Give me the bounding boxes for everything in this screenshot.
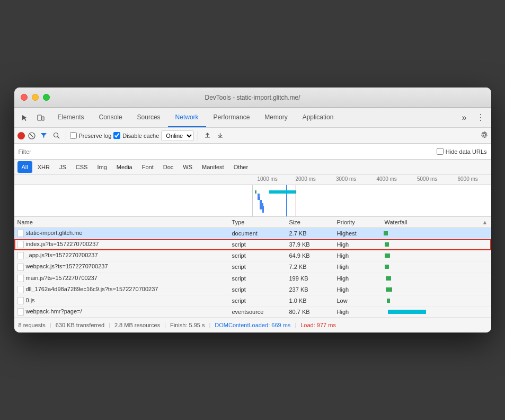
type-btn-media[interactable]: Media <box>112 161 137 173</box>
tab-application[interactable]: Application <box>295 108 341 127</box>
stop-recording-icon[interactable] <box>27 131 37 141</box>
status-bar: 8 requests | 630 KB transferred | 2.8 MB… <box>14 318 491 332</box>
cell-priority-2: High <box>334 250 382 261</box>
status-sep-2: | <box>109 322 110 328</box>
cell-name-0: static-import.glitch.me <box>14 228 229 239</box>
type-btn-other[interactable]: Other <box>229 161 253 173</box>
file-icon-5 <box>17 286 24 293</box>
col-header-type[interactable]: Type <box>229 217 286 228</box>
type-btn-xhr[interactable]: XHR <box>33 161 54 173</box>
cell-waterfall-3 <box>382 261 491 273</box>
waterfall-bar-5 <box>386 287 392 292</box>
file-icon-6 <box>17 297 24 304</box>
disable-cache-input[interactable] <box>113 132 120 139</box>
cell-waterfall-6 <box>382 295 491 306</box>
filter-icon[interactable] <box>39 132 49 139</box>
toolbar-divider-1 <box>66 131 66 141</box>
minimize-button[interactable] <box>32 94 39 101</box>
cell-waterfall-5 <box>382 284 491 295</box>
table-row[interactable]: main.js?ts=1572270700237script199 KBHigh <box>14 273 491 284</box>
cell-size-6: 1.0 KB <box>286 295 334 306</box>
cell-waterfall-4 <box>382 273 491 284</box>
cell-size-4: 199 KB <box>286 273 334 284</box>
cell-priority-4: High <box>334 273 382 284</box>
status-sep-4: | <box>209 322 210 328</box>
titlebar: DevTools - static-import.glitch.me/ <box>14 88 491 108</box>
table-row[interactable]: webpack-hmr?page=/eventsource80.7 KBHigh <box>14 306 491 317</box>
close-button[interactable] <box>21 94 28 101</box>
table-row[interactable]: index.js?ts=1572270700237script37.9 KBHi… <box>14 239 491 250</box>
timeline-header: 1000 ms 2000 ms 3000 ms 4000 ms 5000 ms … <box>14 174 491 185</box>
timeline-spacer <box>14 185 253 216</box>
tab-network[interactable]: Network <box>168 108 206 127</box>
cell-type-0: document <box>229 228 286 239</box>
type-btn-css[interactable]: CSS <box>72 161 92 173</box>
col-header-priority[interactable]: Priority <box>334 217 382 228</box>
waterfall-bar-2 <box>385 253 390 258</box>
devtools-panel: Elements Console Sources Network Perform… <box>14 108 491 332</box>
file-icon-0 <box>17 230 24 237</box>
cell-priority-7: High <box>334 306 382 317</box>
type-btn-font[interactable]: Font <box>138 161 158 173</box>
timeline-label-2000: 2000 ms <box>296 176 316 182</box>
type-btn-js[interactable]: JS <box>55 161 70 173</box>
col-header-name[interactable]: Name <box>14 217 229 228</box>
tab-sources[interactable]: Sources <box>130 108 168 127</box>
tab-memory[interactable]: Memory <box>257 108 295 127</box>
main-toolbar: Elements Console Sources Network Perform… <box>14 108 491 128</box>
search-icon[interactable] <box>51 132 62 139</box>
type-btn-img[interactable]: Img <box>93 161 111 173</box>
col-header-size[interactable]: Size <box>286 217 334 228</box>
timeline-waterfall <box>253 185 491 216</box>
disable-cache-checkbox[interactable]: Disable cache <box>113 132 159 139</box>
cell-type-4: script <box>229 273 286 284</box>
filter-input[interactable] <box>19 148 92 155</box>
hide-data-urls-checkbox[interactable]: Hide data URLs <box>437 148 487 155</box>
timeline-label-6000: 6000 ms <box>458 176 478 182</box>
table-row[interactable]: dll_1762a4d98a7289ec16c9.js?ts=157227070… <box>14 284 491 295</box>
cell-size-7: 80.7 KB <box>286 306 334 317</box>
status-sep-3: | <box>164 322 166 328</box>
settings-icon[interactable] <box>481 131 488 140</box>
table-row[interactable]: _app.js?ts=1572270700237script64.9 KBHig… <box>14 250 491 261</box>
finish-time: Finish: 5.95 s <box>170 322 205 328</box>
device-icon-btn[interactable] <box>34 111 47 124</box>
cursor-icon-btn[interactable] <box>19 111 31 124</box>
record-button[interactable] <box>17 132 25 139</box>
cell-priority-3: High <box>334 261 382 273</box>
hide-data-urls-input[interactable] <box>437 148 444 155</box>
waterfall-bar-6 <box>387 299 390 303</box>
nav-tabs: Elements Console Sources Network Perform… <box>50 108 471 127</box>
cell-name-5: dll_1762a4d98a7289ec16c9.js?ts=157227070… <box>14 284 229 295</box>
type-btn-ws[interactable]: WS <box>179 161 197 173</box>
filter-bar: Hide data URLs <box>14 144 491 160</box>
cell-waterfall-1 <box>382 239 491 250</box>
status-sep-5: | <box>295 322 296 328</box>
svg-line-5 <box>58 137 60 139</box>
devtools-menu-btn[interactable]: ⋮ <box>474 112 487 122</box>
throttle-select[interactable]: Online <box>161 130 194 141</box>
devtools-window: DevTools - static-import.glitch.me/ Elem… <box>14 88 491 332</box>
maximize-button[interactable] <box>43 94 50 101</box>
timeline-chart <box>14 185 491 217</box>
tab-console[interactable]: Console <box>92 108 130 127</box>
table-row[interactable]: webpack.js?ts=1572270700237script7.2 KBH… <box>14 261 491 273</box>
table-row[interactable]: 0.jsscript1.0 KBLow <box>14 295 491 306</box>
transferred-size: 630 KB transferred <box>56 322 104 328</box>
type-btn-all[interactable]: All <box>17 161 32 173</box>
preserve-log-checkbox[interactable]: Preserve log <box>70 132 112 139</box>
window-title: DevTools - static-import.glitch.me/ <box>205 94 300 101</box>
type-btn-doc[interactable]: Doc <box>159 161 178 173</box>
import-icon[interactable] <box>202 132 212 139</box>
col-header-waterfall[interactable]: Waterfall ▲ <box>382 217 491 228</box>
type-btn-manifest[interactable]: Manifest <box>198 161 228 173</box>
tab-performance[interactable]: Performance <box>206 108 258 127</box>
sort-arrow-icon: ▲ <box>482 219 488 225</box>
cell-type-5: script <box>229 284 286 295</box>
preserve-log-input[interactable] <box>70 132 77 139</box>
cell-size-0: 2.7 KB <box>286 228 334 239</box>
table-row[interactable]: static-import.glitch.medocument2.7 KBHig… <box>14 228 491 239</box>
export-icon[interactable] <box>215 132 225 139</box>
tab-elements[interactable]: Elements <box>50 108 92 127</box>
more-tabs-btn[interactable]: » <box>458 113 471 122</box>
